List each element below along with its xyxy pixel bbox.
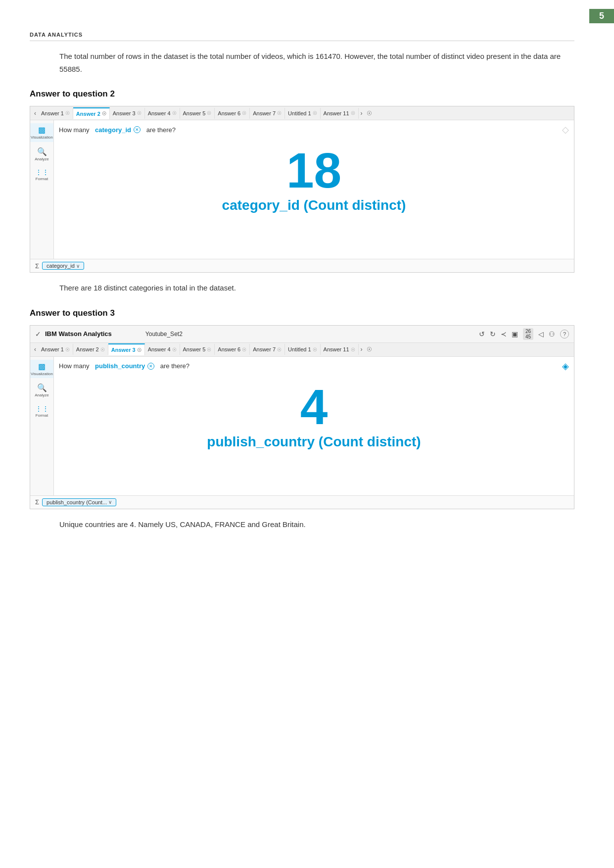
- analyze3-icon: 🔍: [37, 383, 47, 392]
- footer3-sigma: Σ: [35, 498, 39, 506]
- answer2-widget: ‹ Answer 1 ☉ Answer 2 ☉ Answer 3 ☉ Answe…: [30, 106, 574, 273]
- question3-suffix: are there?: [160, 362, 189, 370]
- tab-answer4[interactable]: Answer 4 ☉: [145, 108, 180, 119]
- tab3-answer4-close-icon[interactable]: ☉: [172, 347, 177, 352]
- tab3-answer11-close-icon[interactable]: ☉: [351, 347, 355, 352]
- sidebar-visualization[interactable]: ▩ Visualization: [30, 123, 53, 142]
- visualization-icon: ▩: [38, 125, 46, 135]
- tab-untitled1[interactable]: Untitled 1 ☉: [285, 108, 320, 119]
- tab-answer5[interactable]: Answer 5 ☉: [180, 108, 215, 119]
- tab3-answer3[interactable]: Answer 3 ☉: [108, 343, 145, 355]
- analyze-icon: 🔍: [37, 147, 47, 156]
- tab3-answer2[interactable]: Answer 2 ☉: [73, 344, 108, 355]
- footer3-chevron-icon: ∨: [108, 499, 112, 505]
- footer2-pill-label: category_id: [47, 263, 75, 269]
- sidebar-visualization-label: Visualization: [31, 135, 53, 140]
- footer2-chevron-icon: ∨: [76, 263, 80, 269]
- question2-suffix: are there?: [146, 126, 176, 134]
- answer2-footer: Σ category_id ∨: [30, 259, 574, 272]
- answer2-description: There are 18 distinct categories in tota…: [59, 282, 574, 294]
- answer3-question: How many publish_country ✕ are there? ◈: [59, 361, 569, 372]
- tab3-answer1[interactable]: Answer 1 ☉: [38, 344, 73, 355]
- answer3-heading: Answer to question 3: [30, 308, 574, 318]
- tab3-answer3-close-icon[interactable]: ☉: [137, 347, 142, 353]
- tab3-answer1-close-icon[interactable]: ☉: [65, 347, 70, 352]
- sidebar-format[interactable]: ⋮⋮ Format: [30, 166, 53, 184]
- tab-prev-btn[interactable]: ‹: [32, 110, 38, 117]
- answer3-toolbar: ✓ IBM Watson Analytics Youtube_Set2 ↺ ↻ …: [30, 326, 574, 343]
- tab-answer4-close-icon[interactable]: ☉: [172, 110, 177, 116]
- tab-answer11[interactable]: Answer 11 ☉: [321, 108, 359, 119]
- sidebar3-visualization[interactable]: ▩ Visualization: [30, 360, 53, 379]
- tab3-untitled1[interactable]: Untitled 1 ☉: [285, 344, 320, 355]
- sidebar3-analyze[interactable]: 🔍 Analyze: [30, 381, 53, 400]
- tab-answer7[interactable]: Answer 7 ☉: [250, 108, 285, 119]
- answer3-sidebar: ▩ Visualization 🔍 Analyze ⋮⋮ Format: [30, 357, 54, 495]
- tab3-answer6[interactable]: Answer 6 ☉: [215, 344, 250, 355]
- tab-answer2-close-icon[interactable]: ☉: [102, 111, 106, 116]
- intro-paragraph: The total number of rows in the dataset …: [59, 50, 574, 75]
- tab-answer1-close-icon[interactable]: ☉: [65, 110, 70, 116]
- tab3-answer7[interactable]: Answer 7 ☉: [250, 344, 285, 355]
- toolbar-redo-icon[interactable]: ↻: [490, 330, 496, 338]
- answer3-widget: ✓ IBM Watson Analytics Youtube_Set2 ↺ ↻ …: [30, 325, 574, 509]
- question3-x-icon[interactable]: ✕: [147, 363, 154, 370]
- sidebar-analyze-label: Analyze: [35, 157, 48, 162]
- toolbar-check-icon: ✓: [35, 330, 41, 338]
- tab3-answer4[interactable]: Answer 4 ☉: [145, 344, 180, 355]
- sidebar3-analyze-label: Analyze: [35, 393, 48, 398]
- toolbar-help-icon[interactable]: ?: [560, 330, 569, 338]
- toolbar-user-icon[interactable]: ⚇: [549, 330, 555, 338]
- tab3-add-btn[interactable]: ☉: [365, 346, 374, 353]
- tab3-prev-btn[interactable]: ‹: [32, 346, 38, 353]
- answer3-footer-pill[interactable]: publish_country (Count... ∨: [42, 498, 116, 506]
- visualization3-icon: ▩: [38, 362, 46, 371]
- toolbar-back-icon[interactable]: ◁: [538, 330, 544, 338]
- tab3-untitled1-close-icon[interactable]: ☉: [313, 347, 317, 352]
- answer3-tab-bar: ‹ Answer 1 ☉ Answer 2 ☉ Answer 3 ☉ Answe…: [30, 343, 574, 357]
- tab3-answer5-close-icon[interactable]: ☉: [207, 347, 211, 352]
- answer2-heading: Answer to question 2: [30, 89, 574, 99]
- tab-answer3[interactable]: Answer 3 ☉: [110, 108, 145, 119]
- answer3-widget-body: ▩ Visualization 🔍 Analyze ⋮⋮ Format How …: [30, 357, 574, 495]
- answer2-widget-body: ▩ Visualization 🔍 Analyze ⋮⋮ Format How …: [30, 120, 574, 259]
- toolbar-grid-icon[interactable]: ▣: [512, 330, 518, 338]
- tab-untitled1-close-icon[interactable]: ☉: [313, 110, 317, 116]
- tab3-answer7-close-icon[interactable]: ☉: [277, 347, 282, 352]
- tab-answer1[interactable]: Answer 1 ☉: [38, 108, 73, 119]
- tab-next-btn[interactable]: ›: [359, 110, 365, 117]
- tab-answer6[interactable]: Answer 6 ☉: [215, 108, 250, 119]
- toolbar-share-icon[interactable]: ≺: [501, 330, 507, 338]
- toolbar-brand: IBM Watson Analytics: [45, 330, 112, 338]
- tab-add-btn[interactable]: ☉: [365, 110, 374, 117]
- tab-answer11-close-icon[interactable]: ☉: [351, 110, 355, 116]
- format3-icon: ⋮⋮: [35, 405, 49, 413]
- answer3-big-label: publish_country (Count distinct): [59, 434, 569, 450]
- answer2-question: How many category_id ✕ are there? ◇: [59, 124, 569, 135]
- tab-answer5-close-icon[interactable]: ☉: [207, 110, 211, 116]
- tab3-answer6-close-icon[interactable]: ☉: [242, 347, 246, 352]
- question3-field: publish_country: [95, 362, 145, 370]
- tab-answer2[interactable]: Answer 2 ☉: [73, 107, 110, 119]
- question2-x-icon[interactable]: ✕: [134, 126, 141, 133]
- tab3-next-btn[interactable]: ›: [359, 346, 365, 353]
- sidebar3-visualization-label: Visualization: [31, 372, 53, 377]
- sidebar3-format-label: Format: [36, 413, 48, 418]
- tab-answer7-close-icon[interactable]: ☉: [277, 110, 282, 116]
- format-icon: ⋮⋮: [35, 168, 49, 176]
- widget2-right-icon: ◇: [562, 124, 569, 135]
- tab3-answer5[interactable]: Answer 5 ☉: [180, 344, 215, 355]
- answer2-sidebar: ▩ Visualization 🔍 Analyze ⋮⋮ Format: [30, 120, 54, 259]
- tab-answer3-close-icon[interactable]: ☉: [137, 110, 142, 116]
- toolbar-undo-icon[interactable]: ↺: [479, 330, 485, 338]
- answer2-big-label: category_id (Count distinct): [59, 197, 569, 213]
- sidebar3-format[interactable]: ⋮⋮ Format: [30, 403, 53, 420]
- tab-answer6-close-icon[interactable]: ☉: [242, 110, 246, 116]
- answer2-footer-pill[interactable]: category_id ∨: [42, 262, 84, 270]
- question2-field: category_id: [95, 126, 131, 134]
- tab3-answer11[interactable]: Answer 11 ☉: [321, 344, 359, 355]
- widget3-right-icon: ◈: [562, 361, 569, 372]
- tab3-answer2-close-icon[interactable]: ☉: [100, 347, 105, 352]
- sidebar-analyze[interactable]: 🔍 Analyze: [30, 145, 53, 164]
- page-number: 5: [589, 9, 614, 23]
